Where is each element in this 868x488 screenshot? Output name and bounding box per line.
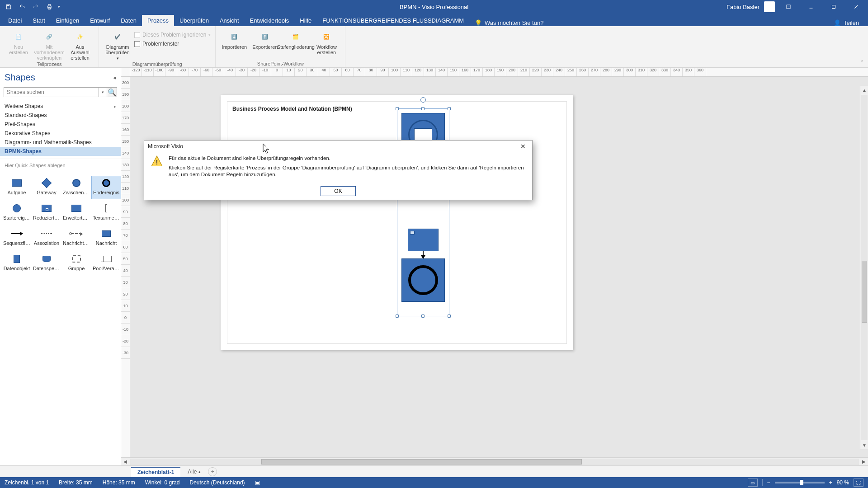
check-diagram-button[interactable]: ✔️Diagramm überprüfen▾	[104, 28, 132, 61]
dialog-close-icon[interactable]: ✕	[518, 142, 528, 151]
resize-handle-n[interactable]	[421, 107, 425, 110]
vertical-scrollbar[interactable]: ▲ ▼	[860, 86, 868, 449]
tab-entwicklertools[interactable]: Entwicklertools	[245, 15, 295, 26]
tab-prozess[interactable]: Prozess	[142, 15, 174, 26]
save-icon[interactable]	[4, 2, 14, 12]
dialog-ok-button[interactable]: OK	[321, 186, 356, 196]
shape-gateway[interactable]: Gateway	[32, 176, 61, 199]
scroll-up-icon[interactable]: ▲	[860, 86, 868, 94]
macro-recorder-icon[interactable]: ▣	[255, 479, 260, 486]
zoom-level[interactable]: 90 %	[837, 479, 849, 486]
stencil-math[interactable]: Diagramm- und Mathematik-Shapes	[0, 138, 121, 147]
search-dropdown-icon[interactable]: ▾	[99, 87, 107, 97]
resize-handle-s[interactable]	[421, 314, 425, 318]
tab-hilfe[interactable]: Hilfe	[294, 15, 317, 26]
from-selection-button[interactable]: ✨Aus Auswahl erstellen	[66, 28, 94, 61]
collapse-shapes-pane-icon[interactable]: ◂	[113, 74, 116, 81]
shape-gruppe[interactable]: Gruppe	[61, 252, 91, 275]
shape-datenobjekt[interactable]: Datenobjekt	[2, 252, 32, 275]
rotation-handle[interactable]	[420, 97, 426, 103]
minimize-icon[interactable]	[802, 0, 820, 14]
sequence-flow-2[interactable]	[423, 251, 424, 258]
stencil-standard[interactable]: Standard-Shapes	[0, 111, 121, 120]
bpmn-task-2[interactable]	[408, 229, 439, 251]
import-button[interactable]: ⬇️Importieren	[220, 28, 248, 50]
svg-text:!: !	[156, 158, 158, 166]
zoom-in-icon[interactable]: +	[829, 479, 832, 486]
close-icon[interactable]	[847, 0, 865, 14]
svg-rect-6	[832, 5, 835, 9]
shape-erweiterter-teilprozess[interactable]: Erweiterter Teilprozess	[61, 201, 91, 225]
hscroll-thumb[interactable]	[261, 459, 582, 465]
redo-icon[interactable]	[31, 2, 41, 12]
shape-endereignis[interactable]: Endereignis	[91, 176, 121, 199]
shape-assoziation[interactable]: Assoziation	[32, 226, 61, 250]
stage-outline-button[interactable]: 🗂️Stufengliederung	[282, 28, 310, 50]
tab-datei[interactable]: Datei	[3, 15, 27, 26]
tab-daten[interactable]: Daten	[115, 15, 142, 26]
presentation-mode-icon[interactable]: ▭	[748, 479, 758, 487]
scroll-right-icon[interactable]: ▶	[860, 458, 868, 466]
drawing-page[interactable]: Business Process Model and Notation (BPM…	[221, 95, 573, 350]
bpmn-end-event[interactable]	[401, 258, 445, 302]
scroll-down-icon[interactable]: ▼	[860, 441, 868, 449]
all-pages-button[interactable]: Alle▴	[183, 467, 205, 476]
maximize-icon[interactable]	[825, 0, 843, 14]
share-button[interactable]: 👤 Teilen	[834, 19, 859, 26]
scroll-left-icon[interactable]: ◀	[121, 458, 129, 466]
shapes-search-input[interactable]	[4, 87, 99, 97]
add-page-button[interactable]: +	[208, 467, 217, 476]
issues-window-checkbox[interactable]: Problemfenster	[134, 40, 211, 48]
dialog-message-2: Klicken Sie auf der Registerkarte 'Proze…	[169, 164, 526, 178]
tab-einfuegen[interactable]: Einfügen	[51, 15, 85, 26]
shape-zwischenereignis[interactable]: Zwischener...	[61, 176, 91, 199]
resize-handle-se[interactable]	[448, 314, 451, 318]
horizontal-scrollbar[interactable]: ◀ ▶	[121, 457, 868, 465]
page-tab-1[interactable]: Zeichenblatt-1	[131, 467, 180, 477]
undo-icon[interactable]	[17, 2, 27, 12]
stencil-decorative[interactable]: Dekorative Shapes	[0, 129, 121, 138]
tab-ueberpruefen[interactable]: Überprüfen	[174, 15, 214, 26]
shape-aufgabe[interactable]: Aufgabe	[2, 176, 32, 199]
resize-handle-ne[interactable]	[448, 107, 451, 110]
zoom-out-icon[interactable]: −	[767, 479, 770, 486]
search-icon[interactable]: 🔍	[107, 87, 117, 97]
status-angle: Winkel: 0 grad	[145, 479, 180, 486]
create-workflow-button[interactable]: 🔀Workflow erstellen	[312, 28, 340, 55]
status-height: Höhe: 35 mm	[103, 479, 135, 486]
shape-pool[interactable]: Pool/Verant...	[91, 252, 121, 275]
shape-datenspeicher[interactable]: Datenspeich...	[32, 252, 61, 275]
quick-shapes-drop[interactable]: Hier Quick-Shapes ablegen	[0, 159, 121, 172]
stencil-more-shapes[interactable]: Weitere Shapes	[0, 102, 121, 111]
status-selection: Zeichenbl. 1 von 1	[5, 479, 49, 486]
shape-sequenzfluss[interactable]: Sequenzfluss	[2, 226, 32, 250]
shape-textanmerkung[interactable]: Textanmerk...	[91, 201, 121, 225]
shape-startereignis[interactable]: Startereignis	[2, 201, 32, 225]
resize-handle-sw[interactable]	[396, 314, 399, 318]
avatar[interactable]	[764, 1, 775, 12]
ribbon-display-options-icon[interactable]	[779, 0, 797, 14]
zoom-slider[interactable]	[775, 482, 825, 483]
user-name[interactable]: Fabio Basler	[726, 4, 760, 10]
export-button[interactable]: ⬆️Exportieren	[251, 28, 279, 50]
resize-handle-nw[interactable]	[396, 107, 399, 110]
shape-reduzierter-teilprozess[interactable]: Reduzierter Teilprozess	[32, 201, 61, 225]
shape-nachrichtenfluss[interactable]: Nachrichten...	[61, 226, 91, 250]
fit-page-icon[interactable]: ⛶	[854, 479, 863, 487]
collapse-ribbon-icon[interactable]: ˄	[856, 26, 868, 67]
stencil-arrow[interactable]: Pfeil-Shapes	[0, 120, 121, 129]
shape-nachricht[interactable]: Nachricht	[91, 226, 121, 250]
print-icon[interactable]	[44, 2, 54, 12]
tab-entwurf[interactable]: Entwurf	[85, 15, 115, 26]
stencil-bpmn[interactable]: BPMN-Shapes	[0, 147, 121, 156]
quick-access-toolbar: ▾	[0, 2, 60, 12]
tab-flussdiagramm[interactable]: FUNKTIONSÜBERGREIFENDES FLUSSDIAGRAMM	[317, 15, 469, 26]
tab-start[interactable]: Start	[27, 15, 50, 26]
tell-me[interactable]: 💡 Was möchten Sie tun?	[475, 19, 543, 26]
vscroll-thumb[interactable]	[862, 261, 867, 323]
drawing-canvas[interactable]: Business Process Model and Notation (BPM…	[130, 77, 868, 457]
zoom-knob[interactable]	[800, 480, 803, 485]
tab-ansicht[interactable]: Ansicht	[214, 15, 245, 26]
btn-label: Mit vorhandenem verknüpfen	[34, 44, 64, 61]
status-language[interactable]: Deutsch (Deutschland)	[190, 479, 245, 486]
